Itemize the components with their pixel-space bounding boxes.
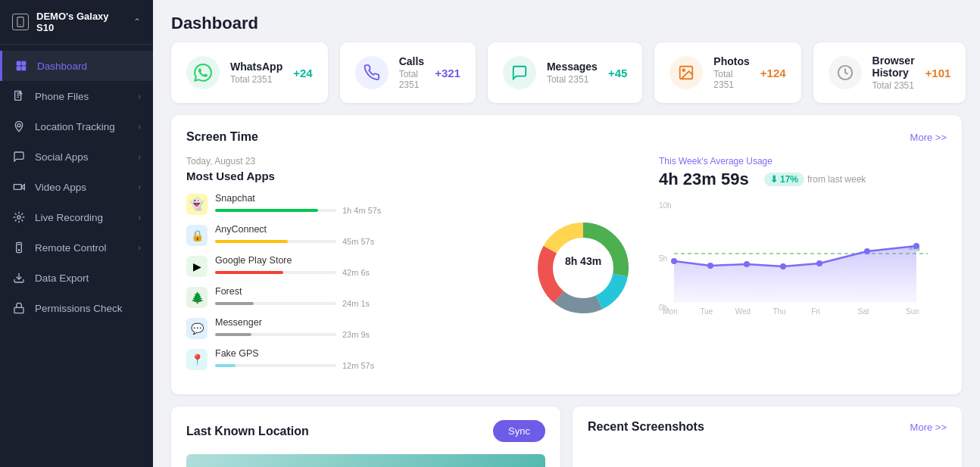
stat-card-photos[interactable]: Photos Total 2351 +124	[654, 42, 801, 103]
photos-change: +124	[760, 67, 786, 79]
app-item-fakegps: 📍 Fake GPS 12m 57s	[186, 348, 507, 370]
chevron-right-icon: ›	[138, 182, 141, 191]
sidebar-item-label-dashboard: Dashboard	[37, 61, 141, 72]
svg-text:Sat: Sat	[857, 307, 869, 316]
screen-time-inner: Today, August 23 Most Used Apps 👻 Snapch…	[186, 156, 947, 379]
svg-point-12	[18, 250, 19, 251]
sidebar-item-label-video: Video Apps	[35, 182, 129, 193]
browser-total: Total 2351	[872, 80, 915, 91]
stats-row: WhatsApp Total 2351 +24 Calls Total 2351…	[153, 42, 980, 115]
anyconnect-time: 45m 57s	[342, 237, 374, 246]
fakegps-name: Fake GPS	[215, 348, 507, 359]
content-panels: Screen Time More >> Today, August 23 Mos…	[153, 115, 980, 406]
stat-card-browser[interactable]: Browser History Total 2351 +101	[813, 42, 966, 103]
svg-text:Fri: Fri	[811, 307, 820, 316]
device-icon	[12, 14, 29, 30]
sidebar-item-label-social: Social Apps	[35, 151, 129, 163]
location-header: Last Known Location Sync	[186, 420, 545, 442]
svg-point-37	[864, 248, 870, 254]
google-play-bar: 42m 6s	[215, 268, 507, 277]
sidebar-item-dashboard[interactable]: Dashboard	[0, 51, 153, 81]
sidebar-item-video-apps[interactable]: Video Apps ›	[0, 172, 153, 202]
stat-card-whatsapp[interactable]: WhatsApp Total 2351 +24	[171, 42, 328, 103]
calls-change: +321	[435, 67, 460, 79]
svg-rect-14	[14, 307, 23, 313]
messages-name: Messages	[547, 61, 598, 73]
most-used-title: Most Used Apps	[186, 170, 507, 182]
fakegps-track	[215, 364, 336, 367]
sidebar-item-remote-control[interactable]: Remote Control ›	[0, 232, 153, 263]
svg-text:Sun: Sun	[906, 307, 919, 316]
snapchat-track	[215, 209, 336, 212]
screenshots-panel: Recent Screenshots More >>	[573, 406, 962, 467]
sidebar-item-label-permissions: Permissions Check	[35, 303, 141, 314]
sidebar-item-phone-files[interactable]: Phone Files ›	[0, 81, 153, 111]
forest-track	[215, 302, 336, 305]
whatsapp-stat-info: WhatsApp Total 2351	[230, 61, 282, 85]
messages-stat-info: Messages Total 2351	[547, 61, 598, 85]
anyconnect-track	[215, 240, 336, 243]
change-badge: ⬇ 17%	[764, 173, 804, 186]
main-content: Dashboard WhatsApp Total 2351 +24 Calls …	[153, 0, 980, 467]
stat-card-calls[interactable]: Calls Total 2351 +321	[340, 42, 476, 103]
snapchat-time: 1h 4m 57s	[342, 206, 381, 215]
svg-point-36	[816, 260, 822, 266]
svg-point-10	[17, 216, 20, 219]
sidebar-item-permissions-check[interactable]: Permissions Check	[0, 293, 153, 323]
screenshots-more[interactable]: More >>	[910, 422, 947, 433]
svg-rect-2	[17, 61, 20, 65]
snapchat-details: Snapchat 1h 4m 57s	[215, 193, 507, 215]
forest-fill	[215, 302, 254, 305]
svg-point-34	[744, 261, 750, 267]
page-title: Dashboard	[171, 14, 962, 33]
whatsapp-total: Total 2351	[230, 74, 282, 85]
svg-text:10h: 10h	[659, 201, 672, 210]
svg-rect-5	[22, 67, 26, 70]
app-item-messenger: 💬 Messenger 23m 9s	[186, 317, 507, 339]
sidebar-header[interactable]: DEMO's Galaxy S10 ⌃	[0, 0, 153, 45]
svg-rect-3	[22, 61, 26, 65]
forest-details: Forest 24m 1s	[215, 286, 507, 308]
screen-time-title: Screen Time	[186, 130, 258, 144]
photos-name: Photos	[713, 55, 749, 67]
chevron-right-icon: ›	[138, 152, 141, 161]
sidebar-item-label-phone-files: Phone Files	[35, 91, 129, 102]
google-play-track	[215, 271, 336, 274]
screen-time-more[interactable]: More >>	[910, 132, 947, 143]
dashboard-icon	[14, 59, 28, 73]
map-preview	[186, 454, 545, 467]
fakegps-bar: 12m 57s	[215, 361, 507, 370]
anyconnect-details: AnyConnect 45m 57s	[215, 224, 507, 246]
snapchat-icon: 👻	[186, 194, 208, 215]
svg-marker-31	[674, 246, 916, 303]
app-item-forest: 🌲 Forest 24m 1s	[186, 286, 507, 308]
bottom-panels: Last Known Location Sync Recent Screensh…	[153, 406, 980, 467]
svg-text:5h: 5h	[659, 254, 667, 263]
weekly-chart-section: This Week's Average Usage 4h 23m 59s ⬇ 1…	[659, 156, 947, 379]
sidebar-item-live-recording[interactable]: Live Recording ›	[0, 202, 153, 232]
svg-text:Mon: Mon	[663, 307, 677, 316]
sidebar-item-social-apps[interactable]: Social Apps ›	[0, 142, 153, 172]
messenger-details: Messenger 23m 9s	[215, 317, 507, 339]
svg-point-24	[554, 239, 612, 297]
sidebar-item-data-export[interactable]: Data Export	[0, 263, 153, 293]
snapchat-name: Snapchat	[215, 193, 507, 204]
device-name: DEMO's Galaxy S10	[36, 11, 126, 33]
app-item-snapchat: 👻 Snapchat 1h 4m 57s	[186, 193, 507, 215]
chevron-right-icon: ›	[138, 122, 141, 131]
sidebar-item-label-location: Location Tracking	[35, 121, 129, 132]
messages-stat-icon	[503, 56, 536, 89]
browser-name: Browser History	[872, 54, 915, 79]
sidebar-item-location-tracking[interactable]: Location Tracking ›	[0, 111, 153, 142]
sidebar-collapse-icon[interactable]: ⌃	[133, 17, 141, 27]
stat-card-messages[interactable]: Messages Total 2351 +45	[488, 42, 642, 103]
whatsapp-stat-icon	[186, 56, 220, 89]
sync-button[interactable]: Sync	[493, 420, 545, 442]
photos-stat-info: Photos Total 2351	[713, 55, 749, 90]
google-play-name: Google Play Store	[215, 255, 507, 266]
screen-time-panel: Screen Time More >> Today, August 23 Mos…	[171, 115, 962, 394]
messenger-name: Messenger	[215, 317, 507, 328]
messenger-track	[215, 333, 336, 336]
screen-time-header: Screen Time More >>	[186, 130, 947, 144]
app-item-google-play: ▶ Google Play Store 42m 6s	[186, 255, 507, 277]
